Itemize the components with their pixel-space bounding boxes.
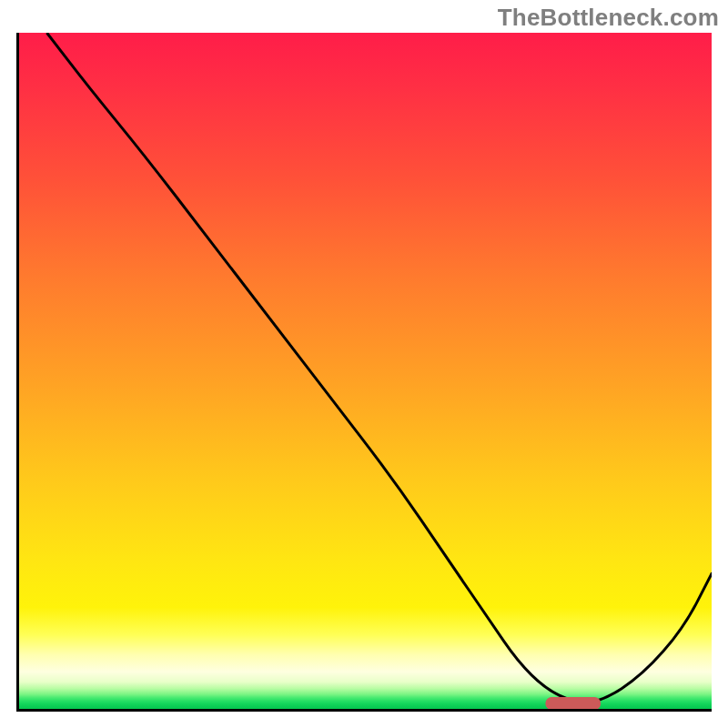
watermark-text: TheBottleneck.com [498, 4, 719, 32]
chart-overlay-svg [19, 33, 712, 709]
chart-canvas: TheBottleneck.com [0, 0, 728, 728]
plot-area [16, 33, 712, 712]
optimal-range-pill [545, 697, 601, 710]
bottleneck-curve [46, 33, 712, 703]
